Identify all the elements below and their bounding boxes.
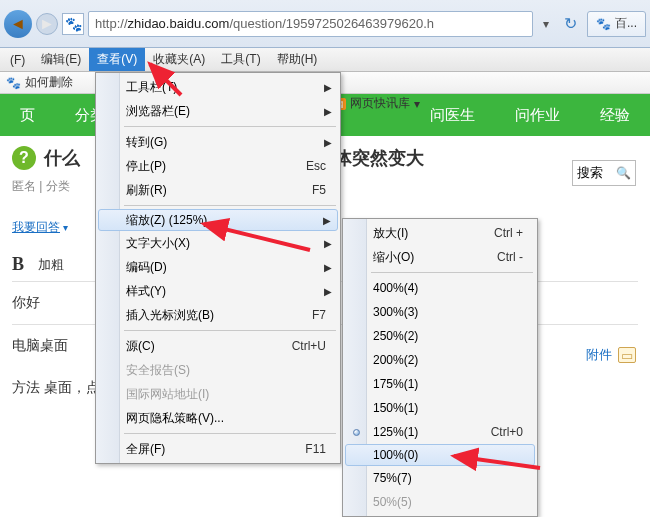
menu-privacy[interactable]: 网页隐私策略(V)... (98, 406, 338, 430)
zoom-in[interactable]: 放大(I)Ctrl + (345, 221, 535, 245)
menu-encoding[interactable]: 编码(D)▶ (98, 255, 338, 279)
menu-style[interactable]: 样式(Y)▶ (98, 279, 338, 303)
submenu-arrow-icon: ▶ (324, 286, 332, 297)
nav-doctor[interactable]: 问医生 (410, 106, 495, 125)
zoom-100[interactable]: 100%(0) (345, 444, 535, 466)
fav-item[interactable]: 如何删除 (25, 74, 73, 91)
zoom-200[interactable]: 200%(2) (345, 348, 535, 372)
site-icon: 🐾 (62, 13, 84, 35)
menu-fullscreen[interactable]: 全屏(F)F11 (98, 437, 338, 461)
menu-help[interactable]: 帮助(H) (269, 48, 326, 71)
url-dropdown-icon[interactable]: ▾ (537, 17, 555, 31)
menu-security: 安全报告(S) (98, 358, 338, 382)
menu-tools[interactable]: 工具(T) (213, 48, 268, 71)
menu-toolbar[interactable]: 工具栏(T)▶ (98, 75, 338, 99)
menu-zoom[interactable]: 缩放(Z) (125%)▶ (98, 209, 338, 231)
view-menu-dropdown: 工具栏(T)▶ 浏览器栏(E)▶ 转到(G)▶ 停止(P)Esc 刷新(R)F5… (95, 72, 341, 464)
submenu-arrow-icon: ▶ (323, 215, 331, 226)
submenu-arrow-icon: ▶ (324, 238, 332, 249)
nav-home[interactable]: 页 (0, 106, 55, 125)
tab-label: 百... (615, 15, 637, 32)
zoom-300[interactable]: 300%(3) (345, 300, 535, 324)
answer-link[interactable]: 我要回答 (12, 220, 60, 234)
radio-selected-icon (353, 429, 360, 436)
zoom-400[interactable]: 400%(4) (345, 276, 535, 300)
attachment-link[interactable]: 附件 ▭ (586, 346, 636, 364)
menu-goto[interactable]: 转到(G)▶ (98, 130, 338, 154)
question-icon: ? (12, 146, 36, 170)
url-prefix: http:// (95, 16, 128, 31)
back-button[interactable]: ◄ (4, 10, 32, 38)
menu-textsize[interactable]: 文字大小(X)▶ (98, 231, 338, 255)
nav-homework[interactable]: 问作业 (495, 106, 580, 125)
menu-file[interactable]: (F) (2, 48, 33, 71)
question-title-suffix: 体突然变大 (334, 146, 424, 170)
menu-source[interactable]: 源(C)Ctrl+U (98, 334, 338, 358)
bold-label: 加粗 (38, 256, 64, 274)
zoom-250[interactable]: 250%(2) (345, 324, 535, 348)
menu-refresh[interactable]: 刷新(R)F5 (98, 178, 338, 202)
refresh-icon[interactable]: ↻ (559, 12, 583, 36)
menu-edit[interactable]: 编辑(E) (33, 48, 89, 71)
menu-explorer-bar[interactable]: 浏览器栏(E)▶ (98, 99, 338, 123)
menu-intl: 国际网站地址(I) (98, 382, 338, 406)
question-title-prefix: 什么 (44, 146, 80, 170)
submenu-arrow-icon: ▶ (324, 262, 332, 273)
attachment-icon: ▭ (618, 347, 636, 363)
menu-view[interactable]: 查看(V) (89, 48, 145, 71)
menu-bar: (F) 编辑(E) 查看(V) 收藏夹(A) 工具(T) 帮助(H) (0, 48, 650, 72)
submenu-arrow-icon: ▶ (324, 82, 332, 93)
quick-library[interactable]: ▤ 网页快讯库 ▾ (333, 95, 420, 112)
forward-button[interactable]: ► (36, 13, 58, 35)
menu-caret[interactable]: 插入光标浏览(B)F7 (98, 303, 338, 327)
zoom-150[interactable]: 150%(1) (345, 396, 535, 420)
zoom-175[interactable]: 175%(1) (345, 372, 535, 396)
zoom-out[interactable]: 缩小(O)Ctrl - (345, 245, 535, 269)
paw-icon: 🐾 (6, 76, 21, 90)
zoom-submenu: 放大(I)Ctrl + 缩小(O)Ctrl - 400%(4) 300%(3) … (342, 218, 538, 517)
browser-titlebar: ◄ ► 🐾 http://zhidao.baidu.com/question/1… (0, 0, 650, 48)
chevron-down-icon: ▾ (63, 222, 68, 233)
browser-tab[interactable]: 🐾 百... (587, 11, 646, 37)
url-host: zhidao.baidu.com (128, 16, 230, 31)
nav-experience[interactable]: 经验 (580, 106, 650, 125)
chevron-down-icon: ▾ (414, 97, 420, 111)
submenu-arrow-icon: ▶ (324, 137, 332, 148)
zoom-125[interactable]: 125%(1)Ctrl+0 (345, 420, 535, 444)
menu-stop[interactable]: 停止(P)Esc (98, 154, 338, 178)
url-path: /question/1959725026463979620.h (229, 16, 434, 31)
address-bar[interactable]: http://zhidao.baidu.com/question/1959725… (88, 11, 533, 37)
zoom-50: 50%(5) (345, 490, 535, 514)
bold-icon[interactable]: B (12, 254, 24, 275)
zoom-75[interactable]: 75%(7) (345, 466, 535, 490)
menu-favorites[interactable]: 收藏夹(A) (145, 48, 213, 71)
tab-favicon-icon: 🐾 (596, 17, 611, 31)
submenu-arrow-icon: ▶ (324, 106, 332, 117)
